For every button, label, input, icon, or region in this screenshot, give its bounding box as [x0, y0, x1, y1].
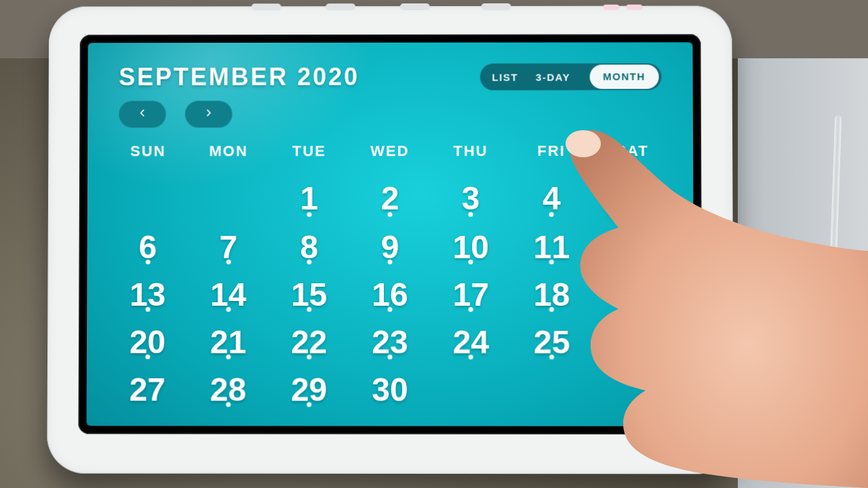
calendar-cell[interactable]: 9	[349, 224, 430, 271]
calendar-cell[interactable]: 8	[269, 224, 349, 271]
view-toggle-month[interactable]: MONTH	[589, 64, 659, 89]
calendar-cell[interactable]: 3	[431, 174, 511, 224]
event-dot-icon	[631, 354, 635, 359]
calendar-cell[interactable]: 25	[511, 319, 593, 366]
hw-button-2	[326, 3, 355, 10]
day-number: 10	[452, 231, 488, 264]
chevron-right-icon	[204, 108, 214, 121]
weekday-label: THU	[430, 142, 511, 160]
day-number: 18	[534, 279, 570, 311]
event-dot-icon	[307, 307, 311, 312]
calendar-cell[interactable]: 17	[431, 271, 511, 319]
hw-mic-led-2	[626, 5, 642, 10]
day-number: 11	[534, 231, 570, 264]
event-dot-icon	[387, 307, 392, 312]
event-dot-icon	[387, 260, 392, 264]
event-dot-icon	[469, 354, 473, 359]
day-number: 21	[210, 326, 246, 359]
calendar-cell[interactable]: 19	[592, 271, 673, 319]
event-dot-icon	[226, 307, 231, 312]
event-dot-icon	[630, 260, 635, 264]
calendar-grid[interactable]: 1234567891011121314151617181920212223242…	[107, 174, 674, 414]
calendar-cell[interactable]: 22	[269, 319, 349, 366]
day-number: 24	[453, 326, 490, 359]
event-dot-icon	[307, 402, 311, 407]
event-dot-icon	[226, 354, 231, 359]
calendar-cell[interactable]: 16	[349, 271, 430, 319]
event-dot-icon	[145, 354, 150, 359]
day-number: 15	[291, 279, 327, 311]
calendar-cell[interactable]: 23	[349, 319, 430, 366]
weekday-label: WED	[349, 142, 430, 160]
calendar-cell[interactable]: 18	[511, 271, 593, 319]
event-dot-icon	[549, 212, 554, 217]
calendar-cell[interactable]: 2	[349, 174, 430, 224]
day-number: 3	[462, 182, 480, 215]
hw-button-4	[481, 3, 511, 10]
event-dot-icon	[387, 354, 392, 359]
weekday-label: MON	[189, 142, 269, 160]
calendar-cell	[188, 174, 269, 224]
event-dot-icon	[307, 212, 311, 217]
calendar-cell[interactable]: 28	[188, 366, 269, 413]
view-toggle-list[interactable]: LIST	[492, 71, 518, 83]
hw-button-1	[252, 3, 281, 10]
day-number: 13	[130, 279, 165, 311]
calendar-cell[interactable]: 20	[107, 319, 188, 366]
screen-bezel: SEPTEMBER 2020 LIST 3-DAY MONTH SUN	[78, 34, 702, 434]
swipe-edge-hint-icon	[681, 202, 694, 243]
calendar-cell	[511, 366, 593, 413]
calendar-screen[interactable]: SEPTEMBER 2020 LIST 3-DAY MONTH SUN	[87, 42, 694, 426]
calendar-cell[interactable]: 15	[269, 271, 349, 319]
calendar-cell[interactable]: 24	[431, 319, 511, 366]
calendar-cell[interactable]: 6	[107, 224, 188, 271]
event-dot-icon	[549, 354, 554, 359]
calendar-cell[interactable]: 1	[269, 174, 349, 224]
calendar-cell[interactable]: 26	[592, 319, 673, 366]
day-number: 2	[381, 182, 399, 215]
calendar-cell[interactable]: 11	[511, 224, 592, 271]
day-number: 4	[542, 182, 561, 215]
day-number: 23	[372, 326, 408, 359]
day-number: 6	[139, 231, 157, 264]
day-number: 19	[614, 279, 651, 311]
event-dot-icon	[226, 402, 231, 407]
event-dot-icon	[145, 307, 150, 312]
day-number: 29	[291, 373, 328, 406]
day-number: 25	[534, 326, 570, 359]
next-month-button[interactable]	[185, 101, 233, 128]
day-number: 16	[372, 279, 408, 311]
calendar-cell[interactable]: 14	[188, 271, 269, 319]
event-dot-icon	[469, 212, 473, 217]
event-dot-icon	[549, 307, 554, 312]
view-toggle-3day[interactable]: 3-DAY	[536, 71, 570, 83]
prev-month-button[interactable]	[119, 101, 166, 128]
calendar-cell[interactable]: 10	[431, 224, 511, 271]
calendar-cell[interactable]: 4	[511, 174, 592, 224]
calendar-cell-today[interactable]: 5	[592, 174, 673, 224]
event-dot-icon	[387, 212, 392, 217]
calendar-cell[interactable]: 27	[107, 366, 188, 413]
photo-background: SEPTEMBER 2020 LIST 3-DAY MONTH SUN	[0, 0, 868, 488]
weekday-label: SUN	[108, 142, 189, 160]
event-dot-icon	[145, 260, 150, 264]
day-number: 17	[453, 279, 490, 311]
view-toggle[interactable]: LIST 3-DAY MONTH	[480, 63, 662, 90]
day-number: 8	[300, 231, 319, 264]
calendar-cell[interactable]: 13	[107, 271, 188, 319]
day-number: 7	[219, 231, 237, 264]
weekday-label: SAT	[592, 142, 673, 160]
calendar-cell[interactable]: 21	[188, 319, 269, 366]
day-number: 30	[372, 373, 408, 406]
calendar-cell	[108, 174, 189, 224]
calendar-cell[interactable]: 7	[188, 224, 269, 271]
event-dot-icon	[307, 260, 311, 264]
calendar-cell[interactable]: 30	[349, 366, 430, 413]
power-cable	[825, 115, 842, 400]
calendar-cell[interactable]: 29	[269, 366, 349, 413]
chevron-left-icon	[138, 108, 147, 121]
hw-mic-led-1	[603, 5, 619, 10]
weekday-label: FRI	[511, 142, 592, 160]
calendar-cell[interactable]: 12	[592, 224, 673, 271]
event-dot-icon	[631, 307, 635, 312]
